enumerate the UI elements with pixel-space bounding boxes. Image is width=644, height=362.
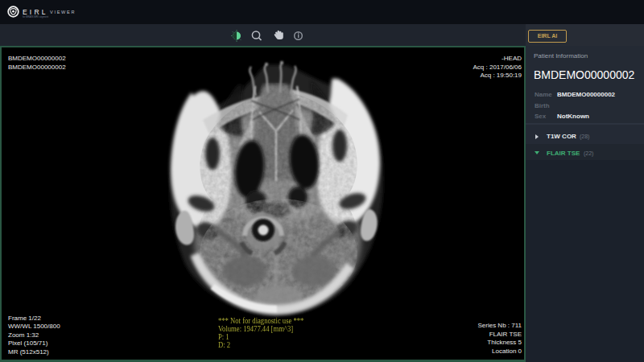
svg-text:for BRAIN MRI segment: for BRAIN MRI segment bbox=[23, 15, 48, 19]
svg-text:VIEWER: VIEWER bbox=[50, 10, 76, 14]
